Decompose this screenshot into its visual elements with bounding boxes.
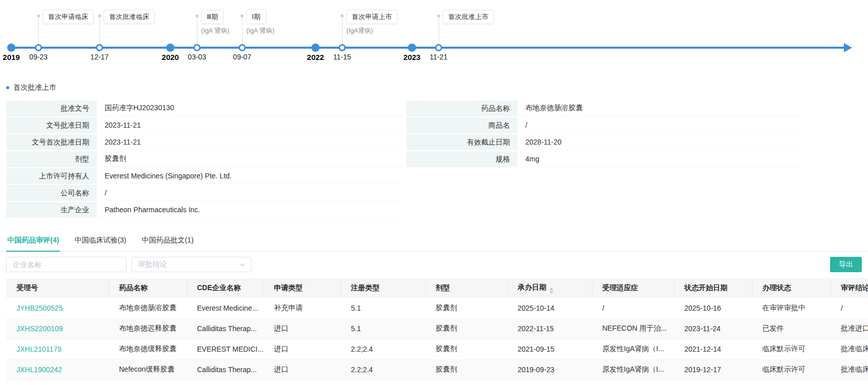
cell-indication: NEFECON 用于治... (592, 318, 674, 339)
cell-drug-name: 布地奈德迟释胶囊 (109, 318, 187, 339)
detail-value: / (97, 185, 401, 201)
cell-registration-type: 2.2;2.4 (341, 339, 425, 359)
detail-value: Everest Medicines (Singapore) Pte. Ltd. (97, 168, 401, 184)
chevron-down-icon (239, 261, 246, 268)
timeline-event-badge[interactable]: 首次批准临床 (104, 10, 155, 24)
timeline-event-dot (193, 44, 201, 51)
detail-label: 药品名称 (406, 100, 518, 116)
timeline-event-badge[interactable]: 首次申请上市 (346, 10, 398, 24)
detail-label: 剂型 (6, 151, 97, 167)
column-header-indication: 受理适应症 (592, 278, 674, 298)
cell-status-start-date: 2021-12-14 (674, 339, 752, 359)
detail-label: 上市许可持有人 (6, 168, 97, 184)
timeline-stem-dot (98, 14, 101, 17)
cell-dosage-form: 胶囊剂 (425, 359, 507, 380)
timeline-year-dot (408, 44, 416, 52)
column-header-label: 受理适应症 (602, 283, 638, 292)
timeline-arrow-icon (844, 43, 852, 52)
cell-indication: 原发性IgA肾病（I... (592, 339, 674, 359)
cell-acceptance-no: JXHS2200109 (6, 318, 109, 339)
column-header-dosage-form: 剂型 (425, 278, 507, 298)
approval-conclusion-select[interactable]: 审批结论 (131, 257, 251, 272)
timeline-stem-dot (437, 14, 440, 17)
timeline-stem (439, 17, 439, 47)
column-header-cde-company: CDE企业名称 (187, 278, 264, 298)
detail-label: 生产企业 (6, 202, 97, 218)
china-drug-review-table: 受理号药品名称CDE企业名称申请类型注册类型剂型承办日期受理适应症状态开始日期办… (6, 278, 868, 380)
column-header-handling-date[interactable]: 承办日期 (507, 278, 592, 298)
cell-handling-date: 2022-11-15 (507, 318, 592, 339)
timeline-date-label: 09-07 (233, 53, 251, 61)
cell-indication: 原发性IgA肾病（I... (592, 359, 674, 380)
detail-value: 2028-11-20 (518, 134, 801, 150)
acceptance-number-link[interactable]: JXHL1900242 (16, 366, 62, 374)
acceptance-number-link[interactable]: JXHL2101179 (16, 345, 62, 353)
cell-handling-status: 临床默示许可 (752, 339, 831, 359)
cell-drug-name: 布地奈德肠溶胶囊 (109, 298, 187, 318)
cell-acceptance-no: JXHL1900242 (6, 359, 109, 380)
cell-status-start-date: 2019-12-17 (674, 359, 752, 380)
sort-icon[interactable] (549, 288, 554, 294)
detail-row: 规格4mg (406, 151, 801, 167)
column-header-label: 注册类型 (351, 283, 380, 292)
timeline-stem-dot (241, 14, 244, 17)
table-row: JXHL2101179布地奈德缓释胶囊EVEREST MEDICI...进口2.… (6, 339, 868, 359)
detail-row: 药品名称布地奈德肠溶胶囊 (406, 100, 801, 116)
detail-value: Patheon Pharmaceuticals Inc. (97, 202, 401, 218)
section-title: 首次批准上市 (13, 83, 56, 92)
detail-column-right: 药品名称布地奈德肠溶胶囊商品名/有效截止日期2028-11-20规格4mg (406, 100, 801, 219)
timeline-event-badge[interactable]: Ⅰ期 (246, 10, 266, 24)
column-header-application-type: 申请类型 (264, 278, 341, 298)
column-header-registration-type: 注册类型 (341, 278, 425, 298)
tab-china-drug-review[interactable]: 中国药品审评(4) (6, 231, 60, 252)
detail-label: 文号首次批准日期 (6, 134, 97, 150)
select-placeholder: 审批结论 (138, 260, 167, 269)
timeline-year-label: 2023 (403, 53, 420, 62)
column-header-label: 办理状态 (762, 283, 791, 292)
timeline-event-badge[interactable]: 首次申请临床 (43, 10, 94, 24)
timeline-stem-dot (195, 14, 199, 17)
tab-china-drug-approval[interactable]: 中国药品批文(1) (141, 231, 194, 251)
column-header-label: 状态开始日期 (684, 283, 727, 292)
tab-china-clinical-trial[interactable]: 中国临床试验(3) (73, 231, 127, 251)
cell-application-type: 进口 (264, 318, 341, 339)
filter-bar: 审批结论 导出 (0, 252, 868, 272)
detail-label: 有效截止日期 (406, 134, 518, 150)
acceptance-number-link[interactable]: JXHS2200109 (16, 325, 63, 333)
table-row: JXHS2200109布地奈德迟释胶囊Calliditas Therap...进… (6, 318, 868, 339)
timeline-event-badge[interactable]: Ⅲ期 (201, 10, 224, 24)
timeline-event-badge[interactable]: 首次批准上市 (443, 10, 494, 24)
company-name-input[interactable] (6, 257, 127, 272)
detail-label: 商品名 (406, 117, 518, 133)
timeline-event-dot (239, 44, 246, 51)
cell-application-type: 补充申请 (264, 298, 341, 318)
detail-row: 公司名称/ (6, 185, 401, 201)
column-header-label: 受理号 (16, 283, 38, 292)
detail-value: / (518, 117, 801, 133)
cell-status-start-date: 2025-10-16 (674, 298, 752, 318)
export-button[interactable]: 导出 (830, 257, 862, 272)
timeline-event-subtitle: (IgA肾病) (346, 27, 373, 35)
section-header: 首次批准上市 (6, 83, 868, 92)
detail-row: 上市许可持有人Everest Medicines (Singapore) Pte… (6, 168, 401, 184)
cell-application-type: 进口 (264, 359, 341, 380)
detail-row: 有效截止日期2028-11-20 (406, 134, 801, 150)
table-row: JXHL1900242Nefecon缓释胶囊Calliditas Therap.… (6, 359, 868, 380)
approval-detail-tables: 批准文号国药准字HJ20230130文号批准日期2023-11-21文号首次批准… (0, 100, 868, 219)
cell-review-conclusion: 批准临床 (831, 339, 868, 359)
column-header-label: 药品名称 (119, 283, 148, 292)
cell-review-conclusion: / (831, 298, 868, 318)
cell-handling-status: 临床默示许可 (752, 359, 831, 380)
timeline-stem-dot (341, 14, 344, 17)
cell-cde-company: Calliditas Therap... (187, 318, 264, 339)
acceptance-number-link[interactable]: JYHB2500525 (16, 304, 63, 312)
detail-row: 批准文号国药准字HJ20230130 (6, 100, 401, 116)
bullet-icon (6, 86, 9, 89)
detail-value: 2023-11-21 (97, 117, 401, 133)
detail-row: 生产企业Patheon Pharmaceuticals Inc. (6, 202, 401, 218)
cell-handling-status: 已发件 (752, 318, 831, 339)
detail-value: 国药准字HJ20230130 (97, 100, 401, 116)
table-row: JYHB2500525布地奈德肠溶胶囊Everest Medicine...补充… (6, 298, 868, 318)
timeline-event-subtitle: (IgA 肾病) (201, 27, 229, 35)
cell-review-conclusion: 批准临床 (831, 359, 868, 380)
